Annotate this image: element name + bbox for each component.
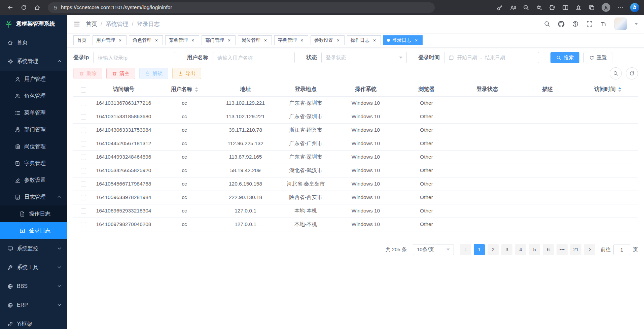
tab-role-mgmt[interactable]: 角色管理× — [129, 35, 163, 45]
row-checkbox[interactable] — [81, 168, 86, 173]
tab-operation-log[interactable]: 操作日志× — [347, 35, 381, 45]
zoom-out-button[interactable] — [523, 4, 529, 11]
sidebar-item-yi-frame[interactable]: Yi框架 — [0, 315, 67, 329]
refresh-button[interactable] — [17, 1, 30, 13]
breadcrumb-home[interactable]: 首页 — [86, 20, 97, 28]
tab-post-mgmt[interactable]: 岗位管理× — [238, 35, 272, 45]
read-aloud-button[interactable] — [510, 4, 516, 11]
tab-home[interactable]: 首页 — [73, 35, 90, 45]
sidebar-item-erp[interactable]: ERP — [0, 296, 67, 315]
page-21-button[interactable]: 21 — [570, 244, 581, 255]
login-ip-input[interactable] — [93, 52, 175, 63]
tab-login-log[interactable]: 登录日志× — [383, 35, 423, 45]
app-logo[interactable]: 意框架管理系统 — [0, 15, 67, 33]
sidebar-item-dict-mgmt[interactable]: 字典管理 — [0, 155, 67, 172]
search-button[interactable]: 搜索 — [550, 52, 579, 63]
fullscreen-button[interactable] — [586, 21, 593, 27]
page-1-button[interactable]: 1 — [474, 244, 485, 255]
bing-icon[interactable]: b — [630, 3, 639, 12]
sidebar-item-home[interactable]: 首页 — [0, 33, 67, 52]
font-size-button[interactable] — [600, 21, 607, 27]
row-checkbox[interactable] — [81, 128, 86, 133]
close-icon[interactable]: × — [226, 38, 232, 43]
home-button[interactable] — [31, 1, 43, 13]
prev-page-button[interactable] — [460, 244, 471, 255]
sidebar-item-role-mgmt[interactable]: 角色管理 — [0, 88, 67, 104]
page-5-button[interactable]: 5 — [529, 244, 540, 255]
sidebar-item-login-log[interactable]: 登录日志 — [0, 222, 67, 239]
fav-bar-button[interactable] — [575, 4, 582, 11]
status-select[interactable]: 登录状态 — [321, 52, 407, 63]
sidebar-toggle-button[interactable] — [73, 21, 80, 28]
tab-dept-mgmt[interactable]: 部门管理× — [202, 35, 236, 45]
close-icon[interactable]: × — [190, 38, 195, 43]
collections-button[interactable] — [588, 4, 595, 11]
page-size-select[interactable]: 10条/页 — [413, 244, 454, 255]
close-icon[interactable]: × — [263, 38, 268, 43]
split-button[interactable] — [562, 4, 569, 11]
dots-button[interactable] — [617, 4, 623, 11]
toggle-search-button[interactable] — [610, 67, 622, 79]
sidebar-item-operation-log[interactable]: 操作日志 — [0, 205, 67, 222]
sidebar-item-user-mgmt[interactable]: 用户管理 — [0, 71, 67, 88]
sidebar-item-menu-mgmt[interactable]: 菜单管理 — [0, 104, 67, 121]
sidebar-item-system-monitor[interactable]: 系统监控 — [0, 239, 67, 258]
sort-carets-icon[interactable] — [195, 87, 198, 92]
goto-page-input[interactable] — [613, 244, 630, 255]
sidebar-item-bbs[interactable]: BBS — [0, 277, 67, 296]
row-checkbox[interactable] — [81, 101, 86, 106]
select-all-checkbox[interactable] — [81, 87, 86, 93]
back-button[interactable] — [4, 1, 16, 13]
row-checkbox[interactable] — [81, 114, 86, 120]
date-range-picker[interactable]: 开始日期 - 结束日期 — [444, 52, 539, 63]
close-icon[interactable]: × — [117, 38, 123, 43]
close-icon[interactable]: × — [154, 38, 159, 43]
reset-button[interactable]: 重置 — [583, 52, 612, 63]
puzzle-button[interactable] — [549, 4, 556, 11]
tab-dict-mgmt[interactable]: 字典管理× — [274, 35, 308, 45]
sidebar-item-dept-mgmt[interactable]: 部门管理 — [0, 121, 67, 138]
tab-param-settings[interactable]: 参数设置× — [311, 35, 345, 45]
refresh-table-button[interactable] — [626, 67, 638, 79]
user-avatar[interactable] — [614, 18, 627, 30]
page-3-button[interactable]: 3 — [501, 244, 512, 255]
clear-button[interactable]: 清空 — [106, 68, 135, 79]
column-header[interactable]: 访问时间 — [578, 83, 638, 96]
star-plus-button[interactable] — [536, 4, 542, 11]
row-checkbox[interactable] — [81, 155, 86, 160]
row-checkbox[interactable] — [81, 195, 86, 200]
column-header[interactable]: 用户名称 — [154, 83, 215, 96]
profile-icon[interactable] — [602, 3, 610, 12]
export-button[interactable]: 导出 — [172, 68, 201, 79]
chevron-down-icon[interactable] — [635, 23, 638, 25]
more-pages-button[interactable]: ••• — [557, 244, 568, 255]
row-checkbox[interactable] — [81, 222, 86, 227]
address-bar[interactable]: https://ccnetcore.com:1101/system/log/lo… — [48, 2, 435, 13]
tab-menu-mgmt[interactable]: 菜单管理× — [165, 35, 199, 45]
close-icon[interactable]: × — [372, 38, 377, 43]
close-icon[interactable]: × — [335, 38, 341, 43]
sidebar-item-param-settings[interactable]: 参数设置 — [0, 172, 67, 189]
question-button[interactable] — [572, 21, 579, 27]
page-4-button[interactable]: 4 — [515, 244, 526, 255]
tab-user-mgmt[interactable]: 用户管理× — [93, 35, 127, 45]
page-2-button[interactable]: 2 — [488, 244, 499, 255]
sidebar-item-system-tools[interactable]: 系统工具 — [0, 258, 67, 277]
sidebar-item-system-mgmt[interactable]: 系统管理 — [0, 52, 67, 71]
breadcrumb-system-mgmt[interactable]: 系统管理 — [106, 20, 129, 28]
unlock-button[interactable]: 解锁 — [139, 68, 168, 79]
close-icon[interactable]: × — [299, 38, 305, 43]
key-button[interactable] — [497, 4, 503, 11]
row-checkbox[interactable] — [81, 182, 86, 187]
sidebar-item-log-mgmt[interactable]: 日志管理 — [0, 189, 67, 205]
sort-carets-icon[interactable] — [618, 87, 621, 92]
next-page-button[interactable] — [584, 244, 595, 255]
sidebar-item-post-mgmt[interactable]: 岗位管理 — [0, 138, 67, 155]
user-name-input[interactable] — [213, 52, 295, 63]
github-button[interactable] — [558, 21, 565, 27]
close-icon[interactable]: × — [414, 38, 419, 43]
search-button[interactable] — [544, 21, 550, 27]
delete-button[interactable]: 删除 — [73, 68, 102, 79]
row-checkbox[interactable] — [81, 208, 86, 214]
page-6-button[interactable]: 6 — [543, 244, 554, 255]
